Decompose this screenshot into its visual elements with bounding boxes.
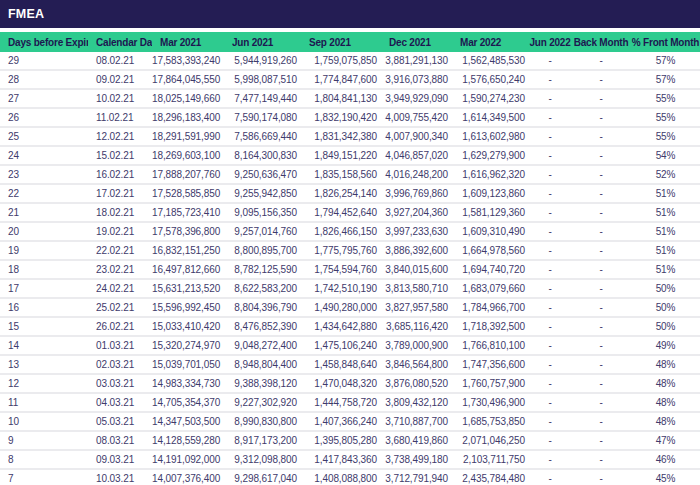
table-row: 2217.02.2117,528,585,8509,255,942,8501,8… [0,184,700,203]
table-cell: 1,664,978,560 [452,241,529,260]
table-row: 809.03.2114,191,092,0009,312,098,8001,41… [0,450,700,469]
table-cell: 48% [631,374,700,393]
table-cell: 23 [0,165,88,184]
table-cell: - [529,431,571,450]
table-cell: 1,832,190,420 [301,108,381,127]
table-cell: 22 [0,184,88,203]
table-cell: - [571,393,631,412]
table-row: 1401.03.2115,320,274,9709,048,272,4001,4… [0,336,700,355]
table-cell: 51% [631,222,700,241]
table-cell: 17 [0,279,88,298]
table-row: 2118.02.2117,185,723,4109,095,156,3501,7… [0,203,700,222]
table-cell: 9,095,156,350 [224,203,301,222]
table-cell: 17,583,393,240 [152,52,224,70]
table-cell: - [571,89,631,108]
table-cell: - [529,222,571,241]
table-cell: 3,949,929,090 [381,89,452,108]
table-cell: - [529,146,571,165]
table-cell: 19.02.21 [88,222,152,241]
table-cell: 17.02.21 [88,184,152,203]
table-cell: 47% [631,431,700,450]
column-header: Jun 2021 [224,32,301,52]
table-cell: 3,680,419,860 [381,431,452,450]
table-cell: 08.02.21 [88,52,152,70]
table-cell: 50% [631,298,700,317]
table-cell: 23.02.21 [88,260,152,279]
table-cell: - [529,374,571,393]
table-cell: 55% [631,127,700,146]
table-cell: 9,250,636,470 [224,165,301,184]
table-cell: - [571,450,631,469]
table-cell: 1,470,048,320 [301,374,381,393]
table-cell: - [571,336,631,355]
table-cell: 7,586,669,440 [224,127,301,146]
table-cell: 9,257,014,760 [224,222,301,241]
table-cell: - [529,279,571,298]
table-cell: - [529,241,571,260]
table-cell: 1,417,843,360 [301,450,381,469]
table-cell: 1,774,847,600 [301,70,381,89]
table-cell: 8,917,173,200 [224,431,301,450]
table-cell: 14,191,092,000 [152,450,224,469]
column-header: Calendar Day [88,32,152,52]
table-row: 2415.02.2118,269,603,1008,164,300,8301,8… [0,146,700,165]
table-cell: 18,269,603,100 [152,146,224,165]
table-cell: 3,738,499,180 [381,450,452,469]
table-cell: - [529,108,571,127]
table-cell: - [571,469,631,485]
table-cell: 1,826,254,140 [301,184,381,203]
table-cell: 10.03.21 [88,469,152,485]
table-row: 1203.03.2114,983,334,7309,388,398,1201,4… [0,374,700,393]
table-cell: 1,831,342,380 [301,127,381,146]
table-cell: 16,832,151,250 [152,241,224,260]
table-cell: 11 [0,393,88,412]
fmea-report-window: FMEA Days before ExpiryCalendar DayMar 2… [0,0,700,485]
column-header: Dec 2021 [381,32,452,52]
table-cell: 15,631,213,520 [152,279,224,298]
table-cell: 1,694,740,720 [452,260,529,279]
table-cell: 50% [631,279,700,298]
table-cell: - [571,52,631,70]
page-title: FMEA [8,7,44,21]
table-cell: 48% [631,412,700,431]
table-row: 1625.02.2115,596,992,4508,804,396,7901,4… [0,298,700,317]
table-cell: 15.02.21 [88,146,152,165]
table-cell: 49% [631,336,700,355]
table-cell: 16 [0,298,88,317]
table-cell: 45% [631,469,700,485]
table-cell: 1,581,129,360 [452,203,529,222]
table-cell: 16,497,812,660 [152,260,224,279]
table-cell: 8,476,852,390 [224,317,301,336]
table-cell: 1,408,088,800 [301,469,381,485]
table-cell: 3,886,392,600 [381,241,452,260]
table-cell: 55% [631,89,700,108]
table-cell: 1,849,151,220 [301,146,381,165]
table-cell: 29 [0,52,88,70]
table-cell: 1,613,602,980 [452,127,529,146]
table-cell: 1,718,392,500 [452,317,529,336]
table-cell: 17,888,207,760 [152,165,224,184]
table-cell: - [529,298,571,317]
table-cell: 3,809,432,120 [381,393,452,412]
column-header: Days before Expiry [0,32,88,52]
table-cell: 15,596,992,450 [152,298,224,317]
column-header: Mar 2021 [152,32,224,52]
table-cell: 18.02.21 [88,203,152,222]
table-cell: 18,291,591,990 [152,127,224,146]
table-cell: 2,435,784,480 [452,469,529,485]
table-cell: 3,996,769,860 [381,184,452,203]
table-cell: 10 [0,412,88,431]
table-cell: 1,766,810,100 [452,336,529,355]
table-cell: 14 [0,336,88,355]
table-cell: - [571,260,631,279]
table-cell: 24.02.21 [88,279,152,298]
column-header: Sep 2021 [301,32,381,52]
table-cell: 4,007,900,340 [381,127,452,146]
table-cell: 1,784,966,700 [452,298,529,317]
table-cell: 1,475,106,240 [301,336,381,355]
table-cell: - [571,431,631,450]
table-cell: 11.02.21 [88,108,152,127]
table-cell: 3,827,957,580 [381,298,452,317]
table-cell: 09.03.21 [88,450,152,469]
table-cell: 2,103,711,750 [452,450,529,469]
